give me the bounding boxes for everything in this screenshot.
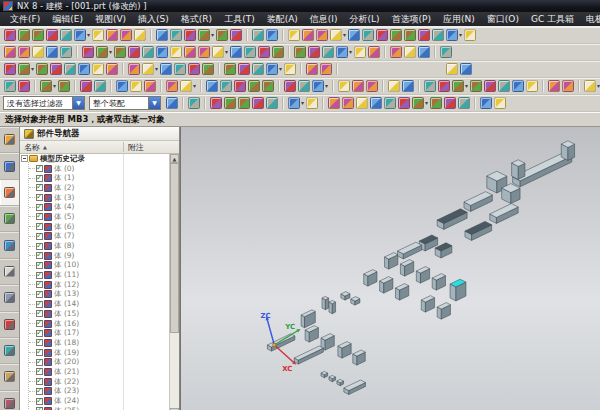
part-body-24[interactable] [322, 296, 329, 309]
toolbar-button-icon[interactable] [390, 29, 402, 41]
part-body-33[interactable] [321, 371, 328, 377]
assembly-navigator-tab[interactable] [0, 127, 19, 153]
toolbar-button-icon[interactable] [548, 80, 560, 92]
visibility-checkbox[interactable] [36, 359, 43, 366]
toolbar-button-icon[interactable] [60, 29, 72, 41]
toolbar-button-icon[interactable] [18, 63, 30, 75]
toolbar-button-icon[interactable] [4, 29, 16, 41]
roles-tab[interactable] [0, 364, 19, 390]
toolbar-button-icon[interactable] [438, 80, 450, 92]
toolbar-button-icon[interactable] [460, 63, 472, 75]
toolbar-button-icon[interactable] [174, 63, 186, 75]
toolbar-button-icon[interactable] [216, 29, 228, 41]
visibility-checkbox[interactable] [36, 388, 43, 395]
toolbar-button-icon[interactable] [368, 46, 380, 58]
toolbar-button-icon[interactable] [46, 46, 58, 58]
toolbar-button-icon[interactable] [342, 97, 354, 109]
expander-collapse-icon[interactable] [21, 155, 28, 162]
toolbar-button-icon[interactable] [64, 63, 76, 75]
toolbar-button-icon[interactable] [328, 97, 340, 109]
visibility-checkbox[interactable] [36, 320, 43, 327]
toolbar-button-icon[interactable] [244, 46, 256, 58]
visibility-checkbox[interactable] [36, 213, 43, 220]
selection-scope-combo[interactable]: 整个装配 ▼ [89, 96, 161, 110]
toolbar-button-icon[interactable] [306, 97, 318, 109]
toolbar-button-icon[interactable] [92, 29, 104, 41]
tree-scrollbar[interactable]: ▲ ▼ [169, 154, 179, 410]
toolbar-button-icon[interactable] [18, 46, 30, 58]
visibility-checkbox[interactable] [36, 204, 43, 211]
toolbar-button-icon[interactable] [170, 29, 182, 41]
tree-item-body-9[interactable]: 体 (9) [20, 251, 179, 261]
tree-item-body-3[interactable]: 体 (3) [20, 193, 179, 203]
tree-item-body-8[interactable]: 体 (8) [20, 241, 179, 251]
toolbar-button-icon[interactable] [266, 97, 278, 109]
toolbar-button-icon[interactable] [494, 97, 506, 109]
toolbar-button-icon[interactable] [58, 80, 70, 92]
tree-item-body-10[interactable]: 体 (10) [20, 261, 179, 271]
internet-explorer-tab[interactable] [0, 232, 19, 258]
toolbar-button-icon[interactable] [4, 63, 16, 75]
menu-item-9[interactable]: 首选项(P) [386, 12, 437, 26]
toolbar-button-icon[interactable] [252, 29, 264, 41]
toolbar-button-icon[interactable] [362, 29, 374, 41]
visibility-checkbox[interactable] [36, 233, 43, 240]
toolbar-button-icon[interactable] [484, 80, 496, 92]
toolbar-button-icon[interactable] [370, 97, 382, 109]
column-header-name[interactable]: 名称 ▲ [20, 142, 124, 153]
toolbar-button-icon[interactable] [320, 63, 332, 75]
toolbar-button-icon[interactable] [74, 29, 86, 41]
scrollbar-thumb[interactable] [170, 163, 179, 333]
visibility-checkbox[interactable] [36, 301, 43, 308]
dropdown-arrow-icon[interactable]: ▼ [72, 97, 84, 109]
dropdown-arrow-icon[interactable]: ▾ [87, 27, 90, 43]
visibility-checkbox[interactable] [36, 310, 43, 317]
toolbar-button-icon[interactable] [398, 97, 410, 109]
toolbar-button-icon[interactable] [430, 97, 442, 109]
dropdown-arrow-icon[interactable]: ▾ [31, 61, 34, 77]
toolbar-button-icon[interactable] [424, 80, 436, 92]
dropdown-arrow-icon[interactable]: ▾ [459, 27, 462, 43]
dropdown-arrow-icon[interactable]: ▾ [425, 95, 428, 111]
tree-item-body-20[interactable]: 体 (20) [20, 357, 179, 367]
toolbar-button-icon[interactable] [336, 46, 348, 58]
toolbar-button-icon[interactable] [498, 80, 510, 92]
menu-item-3[interactable]: 插入(S) [132, 12, 175, 26]
visibility-checkbox[interactable] [36, 165, 43, 172]
visibility-checkbox[interactable] [36, 184, 43, 191]
toolbar-button-icon[interactable] [184, 29, 196, 41]
menu-item-12[interactable]: GC 工具箱 [525, 12, 580, 26]
visibility-checkbox[interactable] [36, 291, 43, 298]
toolbar-button-icon[interactable] [338, 80, 350, 92]
toolbar-button-icon[interactable] [252, 63, 264, 75]
tree-item-body-14[interactable]: 体 (14) [20, 299, 179, 309]
toolbar-button-icon[interactable] [46, 29, 58, 41]
toolbar-button-icon[interactable] [306, 63, 318, 75]
toolbar-button-icon[interactable] [142, 46, 154, 58]
toolbar-button-icon[interactable] [134, 29, 146, 41]
part-body-4[interactable] [502, 184, 520, 204]
tree-item-body-22[interactable]: 体 (22) [20, 377, 179, 387]
toolbar-button-icon[interactable] [294, 46, 306, 58]
menu-item-2[interactable]: 视图(V) [89, 12, 132, 26]
dropdown-arrow-icon[interactable]: ▾ [211, 27, 214, 43]
toolbar-button-icon[interactable] [404, 46, 416, 58]
toolbar-button-icon[interactable] [128, 63, 140, 75]
dropdown-arrow-icon[interactable]: ▾ [53, 78, 56, 94]
constraint-navigator-tab[interactable] [0, 153, 19, 179]
toolbar-button-icon[interactable] [18, 80, 30, 92]
toolbar-button-icon[interactable] [470, 80, 482, 92]
toolbar-button-icon[interactable] [272, 46, 284, 58]
visibility-checkbox[interactable] [36, 175, 43, 182]
toolbar-button-icon[interactable] [80, 80, 92, 92]
toolbar-button-icon[interactable] [404, 29, 416, 41]
toolbar-button-icon[interactable] [238, 97, 250, 109]
toolbar-button-icon[interactable] [166, 80, 178, 92]
toolbar-button-icon[interactable] [40, 80, 52, 92]
dropdown-arrow-icon[interactable]: ▾ [225, 44, 228, 60]
toolbar-button-icon[interactable] [188, 97, 200, 109]
visibility-checkbox[interactable] [36, 339, 43, 346]
menu-item-6[interactable]: 装配(A) [261, 12, 304, 26]
toolbar-button-icon[interactable] [432, 29, 444, 41]
visibility-checkbox[interactable] [36, 281, 43, 288]
